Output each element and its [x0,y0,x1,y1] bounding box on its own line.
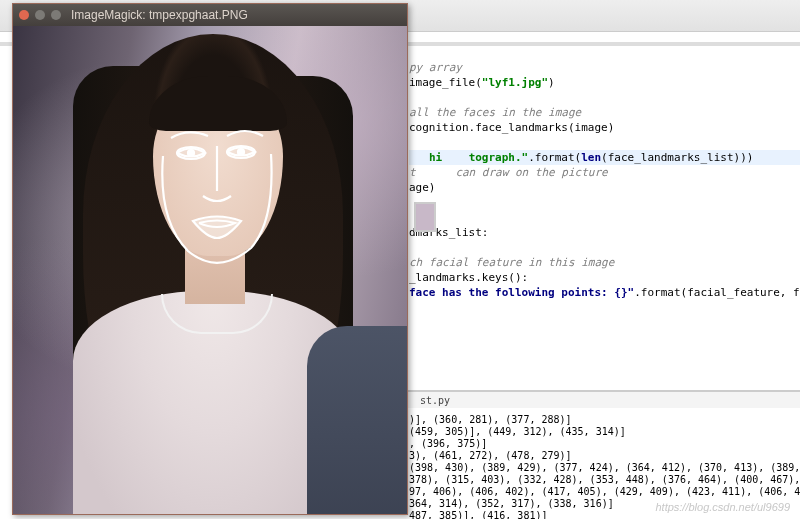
code-keyword: len [581,151,601,164]
code-line: ) [548,76,555,89]
code-line: _landmarks.keys(): [409,271,528,284]
code-string: "lyf1.jpg" [482,76,548,89]
face-landmarks-overlay [13,26,407,514]
svg-point-3 [238,149,244,155]
output-line: 364, 314), (352, 317), (338, 316)] [409,498,614,509]
output-line: )], (360, 281), (377, 288)] [409,414,572,425]
highlighted-line: hi tograph.".format(len(face_landmarks_l… [409,150,800,165]
watermark: https://blog.csdn.net/ul9699 [655,501,790,513]
svg-point-1 [188,150,194,156]
code-line: .format(facial_feature, fac [634,286,800,299]
code-editor[interactable]: py array image_file("lyf1.jpg") all the … [405,50,800,300]
minimize-icon[interactable] [35,10,45,20]
output-line: (459, 305)], (449, 312), (435, 314)] [409,426,626,437]
close-icon[interactable] [19,10,29,20]
maximize-icon[interactable] [51,10,61,20]
code-line: image_file( [409,76,482,89]
code-line: .format( [528,151,581,164]
output-line: 97, 406), (406, 402), (417, 405), (429, … [409,486,800,497]
image-canvas[interactable] [13,26,407,514]
imagemagick-window[interactable]: ImageMagick: tmpexpghaat.PNG [12,3,408,515]
output-line: 378), (315, 403), (332, 428), (353, 448)… [409,474,800,485]
code-line: age) [409,181,436,194]
code-comment: ch facial feature in this image [409,256,614,269]
code-string: hi [429,151,442,164]
code-string: face has the following points: {}" [409,286,634,299]
code-comment: py array [409,61,462,74]
output-separator [405,390,800,408]
code-line: (face_landmarks_list))) [601,151,753,164]
code-string: tograph." [469,151,529,164]
titlebar[interactable]: ImageMagick: tmpexpghaat.PNG [13,4,407,26]
output-line: , (396, 375)] [409,438,487,449]
code-comment: can draw on the picture [455,166,607,179]
output-line: 487, 385)], (416, 381)] [409,510,547,519]
output-tab[interactable]: st.py [420,395,450,406]
code-line: cognition.face_landmarks(image) [409,121,614,134]
output-line: 3), (461, 272), (478, 279)] [409,450,572,461]
output-line: (398, 430), (389, 429), (377, 424), (364… [409,462,800,473]
code-comment: all the faces in the image [409,106,581,119]
window-title: ImageMagick: tmpexpghaat.PNG [71,8,248,22]
image-thumbnail[interactable] [414,202,436,232]
code-comment: t [409,166,416,179]
